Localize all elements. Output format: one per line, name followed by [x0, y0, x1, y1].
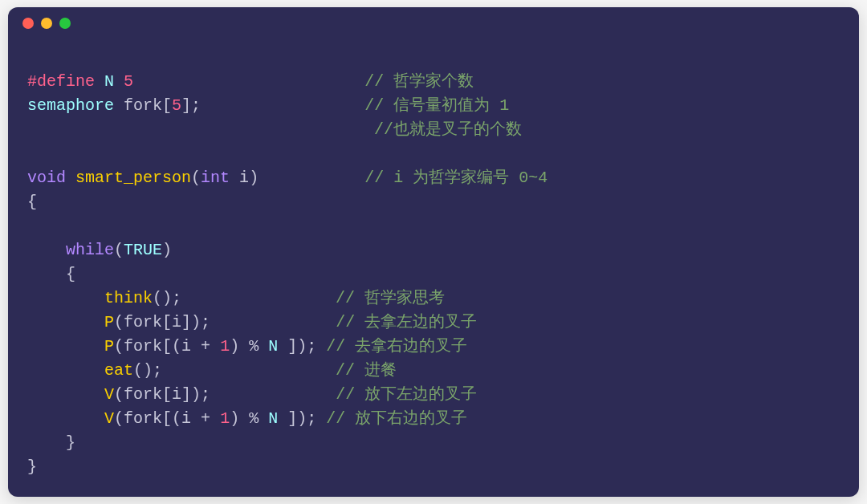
comment: // 哲学家思考	[336, 289, 445, 307]
op: %	[249, 409, 258, 428]
number: 1	[220, 409, 230, 428]
close-icon[interactable]	[22, 18, 34, 29]
punct: (	[114, 409, 124, 428]
punct: (	[114, 337, 124, 356]
maximize-icon[interactable]	[59, 18, 71, 29]
function-name: smart_person	[75, 169, 191, 187]
comment: // 放下左边的叉子	[336, 385, 477, 404]
op: +	[201, 337, 210, 356]
brace: }	[27, 457, 37, 476]
call: V	[104, 409, 114, 428]
comment: // 信号量初值为 1	[364, 96, 509, 115]
identifier: fork	[124, 313, 162, 331]
comment: // i 为哲学家编号 0~4	[364, 169, 547, 187]
punct: (	[114, 385, 124, 404]
punct: ]);	[181, 313, 210, 331]
identifier: fork	[124, 96, 162, 115]
punct: )	[230, 337, 239, 356]
constant: TRUE	[124, 241, 162, 259]
brace: }	[66, 433, 75, 452]
punct: (	[191, 169, 201, 187]
keyword: while	[66, 241, 114, 259]
identifier: i	[181, 409, 191, 428]
punct: [	[162, 385, 172, 404]
code-block: #define N 5 // 哲学家个数 semaphore fork[5]; …	[8, 39, 859, 495]
punct: ]);	[181, 385, 210, 404]
punct: ]);	[287, 337, 316, 356]
punct: )	[249, 169, 258, 187]
comment: //也就是叉子的个数	[374, 120, 522, 139]
comment: // 进餐	[336, 361, 397, 380]
call: P	[104, 313, 114, 331]
punct: ];	[181, 96, 201, 115]
brace: {	[66, 265, 75, 283]
identifier: fork	[124, 409, 162, 428]
param: i	[239, 169, 249, 187]
array-size: 5	[172, 96, 181, 115]
comment: // 哲学家个数	[364, 72, 474, 91]
keyword: void	[27, 169, 66, 187]
comment: // 放下右边的叉子	[326, 409, 467, 428]
comment: // 去拿左边的叉子	[336, 313, 477, 331]
call: P	[104, 337, 114, 356]
brace: {	[27, 193, 37, 211]
call: think	[104, 289, 153, 307]
macro-ref: N	[268, 337, 278, 356]
comment: // 去拿右边的叉子	[326, 337, 467, 356]
op: %	[249, 337, 258, 356]
preprocessor: #define	[27, 72, 95, 91]
punct: ();	[133, 361, 162, 380]
punct: (	[114, 313, 124, 331]
punct: ]);	[287, 409, 316, 428]
punct: [	[162, 313, 172, 331]
code-window: #define N 5 // 哲学家个数 semaphore fork[5]; …	[8, 7, 859, 497]
punct: )	[230, 409, 239, 428]
op: +	[201, 409, 210, 428]
call: eat	[104, 361, 133, 380]
keyword: int	[201, 169, 230, 187]
identifier: fork	[124, 385, 162, 404]
punct: (	[114, 241, 124, 259]
punct: )	[162, 241, 172, 259]
punct: [	[162, 96, 172, 115]
punct: ();	[153, 289, 181, 307]
macro-ref: N	[268, 409, 278, 428]
macro-name: N	[104, 72, 114, 91]
type: semaphore	[27, 96, 114, 115]
identifier: i	[172, 385, 181, 404]
minimize-icon[interactable]	[41, 18, 52, 29]
window-titlebar	[8, 7, 859, 39]
identifier: fork	[124, 337, 162, 356]
number: 1	[220, 337, 230, 356]
punct: [(	[162, 409, 181, 428]
punct: [(	[162, 337, 181, 356]
identifier: i	[181, 337, 191, 356]
macro-value: 5	[124, 72, 133, 91]
identifier: i	[172, 313, 181, 331]
call: V	[104, 385, 114, 404]
